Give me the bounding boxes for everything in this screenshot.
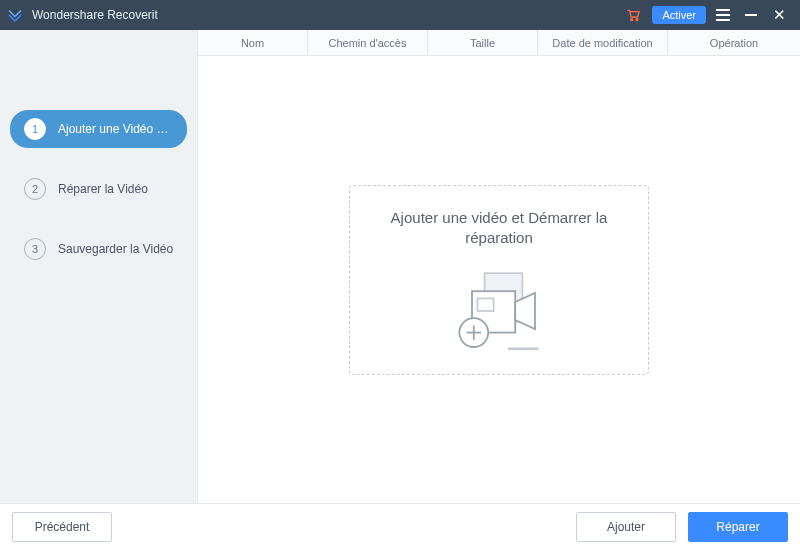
main-area: 1 Ajouter une Vidéo Corrompue 2 Réparer …: [0, 30, 800, 503]
step-label: Réparer la Vidéo: [58, 182, 148, 196]
sidebar: 1 Ajouter une Vidéo Corrompue 2 Réparer …: [0, 30, 198, 503]
svg-point-0: [631, 19, 633, 21]
video-add-icon: [444, 266, 554, 360]
step-number: 1: [24, 118, 46, 140]
column-header-size[interactable]: Taille: [428, 30, 538, 55]
activate-button[interactable]: Activer: [652, 6, 706, 24]
minimize-icon[interactable]: [740, 4, 762, 26]
menu-icon[interactable]: [712, 4, 734, 26]
close-icon[interactable]: ✕: [768, 4, 790, 26]
cart-icon[interactable]: [622, 4, 644, 26]
repair-button[interactable]: Réparer: [688, 512, 788, 542]
step-number: 3: [24, 238, 46, 260]
app-title: Wondershare Recoverit: [32, 8, 158, 22]
sidebar-step-save-video[interactable]: 3 Sauvegarder la Vidéo: [10, 230, 187, 268]
previous-button[interactable]: Précédent: [12, 512, 112, 542]
dropzone-message: Ajouter une vidéo et Démarrer la réparat…: [370, 208, 628, 249]
column-header-operation[interactable]: Opération: [668, 30, 800, 55]
titlebar: Wondershare Recoverit Activer ✕: [0, 0, 800, 30]
step-label: Sauvegarder la Vidéo: [58, 242, 173, 256]
table-header: Nom Chemin d'accès Taille Date de modifi…: [198, 30, 800, 56]
add-button[interactable]: Ajouter: [576, 512, 676, 542]
step-number: 2: [24, 178, 46, 200]
column-header-path[interactable]: Chemin d'accès: [308, 30, 428, 55]
app-logo-icon: [6, 6, 24, 24]
add-video-dropzone[interactable]: Ajouter une vidéo et Démarrer la réparat…: [349, 185, 649, 375]
footer: Précédent Ajouter Réparer: [0, 503, 800, 549]
sidebar-step-add-video[interactable]: 1 Ajouter une Vidéo Corrompue: [10, 110, 187, 148]
dropzone-area: Ajouter une vidéo et Démarrer la réparat…: [198, 56, 800, 503]
step-label: Ajouter une Vidéo Corrompue: [58, 122, 177, 136]
column-header-date[interactable]: Date de modification: [538, 30, 668, 55]
sidebar-step-repair-video[interactable]: 2 Réparer la Vidéo: [10, 170, 187, 208]
content-area: Nom Chemin d'accès Taille Date de modifi…: [198, 30, 800, 503]
svg-point-1: [636, 19, 638, 21]
column-header-name[interactable]: Nom: [198, 30, 308, 55]
